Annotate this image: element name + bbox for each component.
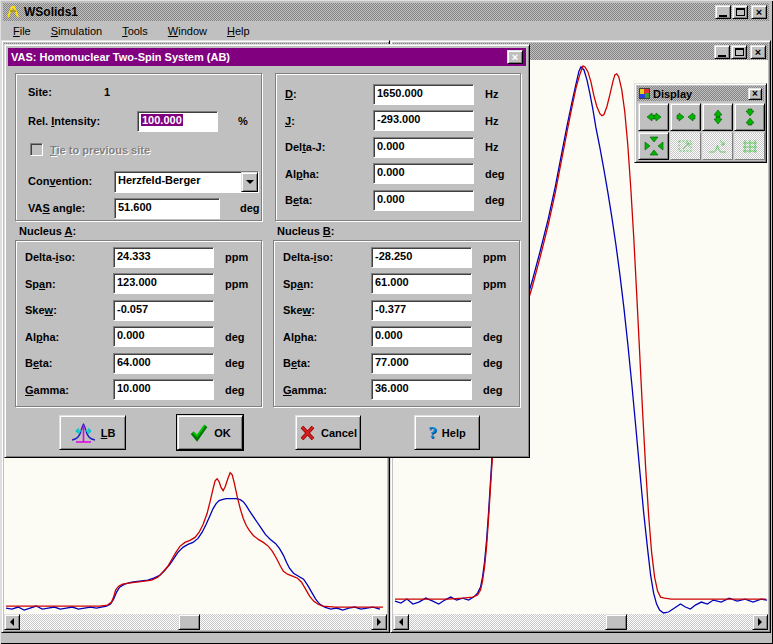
- nucleus-a-delta-iso-input[interactable]: 24.333: [113, 247, 214, 268]
- coupling-beta-input[interactable]: 0.000: [373, 190, 474, 211]
- maximize-button[interactable]: [732, 5, 748, 19]
- nucleus-b-skew-row: Skew:-0.377: [274, 297, 519, 324]
- nucleus-a-beta-row: Beta:64.000deg: [16, 350, 261, 377]
- nucleus-b-alpha-label: Alpha:: [283, 331, 371, 343]
- coupling-alpha-row: Alpha:0.000deg: [276, 161, 520, 188]
- nucleus-a-alpha-row: Alpha:0.000deg: [16, 324, 261, 351]
- maximize-icon: [736, 8, 745, 16]
- display-palette: Display ×: [634, 83, 767, 163]
- menu-tools[interactable]: Tools: [120, 23, 150, 39]
- dropdown-button[interactable]: [241, 172, 258, 192]
- coupling-j-input[interactable]: -293.000: [373, 110, 474, 131]
- coupling-group: D:1650.000HzJ:-293.000HzDelta-J:0.000HzA…: [275, 73, 521, 221]
- nucleus-a-gamma-label: Gamma:: [25, 384, 113, 396]
- contract-vertical-button[interactable]: [734, 103, 765, 131]
- zoom-region-icon: [675, 136, 697, 156]
- display-palette-icon: [639, 88, 650, 99]
- nucleus-b-beta-label: Beta:: [283, 357, 371, 369]
- nucleus-a-skew-input[interactable]: -0.057: [113, 300, 214, 321]
- nucleus-b-alpha-input[interactable]: 0.000: [371, 326, 472, 347]
- coupling-j-label: J:: [285, 115, 373, 127]
- nucleus-b-span-input[interactable]: 61.000: [371, 273, 472, 294]
- coupling-delta-j-label: Delta-J:: [285, 141, 373, 153]
- zoom-region-button: [670, 132, 701, 160]
- coupling-delta-j-input[interactable]: 0.000: [373, 137, 474, 158]
- vas-angle-input[interactable]: 51.600: [114, 198, 220, 219]
- expand-vertical-icon: [707, 107, 729, 127]
- grid-toggle-button: [734, 132, 765, 160]
- nucleus-b-skew-input[interactable]: -0.377: [371, 300, 472, 321]
- nucleus-b-gamma-unit: deg: [483, 384, 503, 396]
- site-label: Site:: [28, 86, 52, 98]
- nucleus-a-skew-row: Skew:-0.057: [16, 297, 261, 324]
- nucleus-b-delta-iso-input[interactable]: -28.250: [371, 247, 472, 268]
- lb-button-label: LB: [101, 427, 116, 439]
- menu-file[interactable]: File: [11, 23, 33, 39]
- right-pane-close-button[interactable]: ×: [750, 45, 766, 59]
- coupling-alpha-unit: deg: [485, 168, 505, 180]
- convention-value: Herzfeld-Berger: [115, 172, 241, 192]
- nucleus-a-span-unit: ppm: [225, 278, 248, 290]
- nucleus-b-span-unit: ppm: [483, 278, 506, 290]
- lineshape-peak-icon: [70, 422, 96, 444]
- palette-close-button[interactable]: ×: [748, 88, 762, 100]
- minimize-button[interactable]: [715, 5, 731, 19]
- rel-intensity-unit: %: [238, 115, 248, 127]
- nucleus-a-delta-iso-label: Delta-iso:: [25, 251, 113, 263]
- left-pane-scroll-track[interactable]: [20, 614, 371, 630]
- question-icon: ?: [428, 423, 437, 443]
- coupling-d-input[interactable]: 1650.000: [373, 84, 474, 105]
- left-pane-scroll-thumb[interactable]: [178, 614, 200, 630]
- nucleus-b-span-label: Span:: [283, 278, 371, 290]
- nucleus-b-delta-iso-unit: ppm: [483, 251, 506, 263]
- right-pane-hscrollbar[interactable]: [393, 614, 768, 630]
- menu-simulation[interactable]: Simulation: [49, 23, 104, 39]
- lb-button[interactable]: LB: [59, 415, 126, 450]
- nucleus-b-group: Delta-iso:-28.250ppmSpan:61.000ppmSkew:-…: [273, 240, 520, 407]
- rel-intensity-input[interactable]: 100.000: [137, 111, 218, 132]
- nucleus-b-span-row: Span:61.000ppm: [274, 271, 519, 298]
- nucleus-b-gamma-row: Gamma:36.000deg: [274, 377, 519, 404]
- nucleus-b-gamma-input[interactable]: 36.000: [371, 379, 472, 400]
- nucleus-a-gamma-input[interactable]: 10.000: [113, 379, 214, 400]
- expand-vertical-button[interactable]: [702, 103, 733, 131]
- contract-all-button[interactable]: [638, 132, 669, 160]
- menu-window[interactable]: Window: [166, 23, 209, 39]
- coupling-d-label: D:: [285, 88, 373, 100]
- right-pane-minimize-button[interactable]: [714, 45, 730, 59]
- left-pane-scroll-left-button[interactable]: [4, 614, 20, 630]
- dialog-close-button[interactable]: ×: [507, 50, 523, 64]
- cancel-button[interactable]: Cancel: [295, 415, 361, 450]
- nucleus-a-beta-unit: deg: [225, 357, 245, 369]
- menu-help[interactable]: Help: [225, 23, 252, 39]
- right-pane-scroll-left-button[interactable]: [393, 614, 409, 630]
- right-pane-maximize-button[interactable]: [731, 45, 747, 59]
- nucleus-a-beta-input[interactable]: 64.000: [113, 353, 214, 374]
- nucleus-b-alpha-row: Alpha:0.000deg: [274, 324, 519, 351]
- triangle-left-icon: [395, 618, 403, 626]
- contract-horizontal-button[interactable]: [670, 103, 701, 131]
- right-pane-scroll-thumb[interactable]: [605, 614, 627, 630]
- left-pane-scroll-right-button[interactable]: [371, 614, 387, 630]
- nucleus-b-beta-input[interactable]: 77.000: [371, 353, 472, 374]
- ok-button-label: OK: [214, 427, 231, 439]
- coupling-alpha-input[interactable]: 0.000: [373, 163, 474, 184]
- selected-text: 100.000: [141, 114, 183, 126]
- convention-dropdown[interactable]: Herzfeld-Berger: [114, 171, 259, 193]
- contract-all-icon: [643, 136, 665, 156]
- coupling-d-row: D:1650.000Hz: [276, 81, 520, 108]
- wsolids-app-icon[interactable]: [5, 4, 21, 20]
- ok-button[interactable]: OK: [177, 415, 243, 450]
- right-pane-scroll-track[interactable]: [409, 614, 752, 630]
- close-button[interactable]: ×: [751, 5, 767, 19]
- left-pane-hscrollbar[interactable]: [4, 614, 387, 630]
- triangle-left-icon: [6, 618, 14, 626]
- expand-horizontal-button[interactable]: [638, 103, 669, 131]
- help-button[interactable]: ? Help: [414, 415, 480, 450]
- convention-label: Convention:: [28, 175, 92, 187]
- nucleus-a-span-input[interactable]: 123.000: [113, 273, 214, 294]
- right-pane-scroll-right-button[interactable]: [752, 614, 768, 630]
- rel-intensity-label: Rel. Intensity:: [28, 115, 100, 127]
- nucleus-a-alpha-input[interactable]: 0.000: [113, 326, 214, 347]
- palette-titlebar: Display ×: [637, 86, 764, 101]
